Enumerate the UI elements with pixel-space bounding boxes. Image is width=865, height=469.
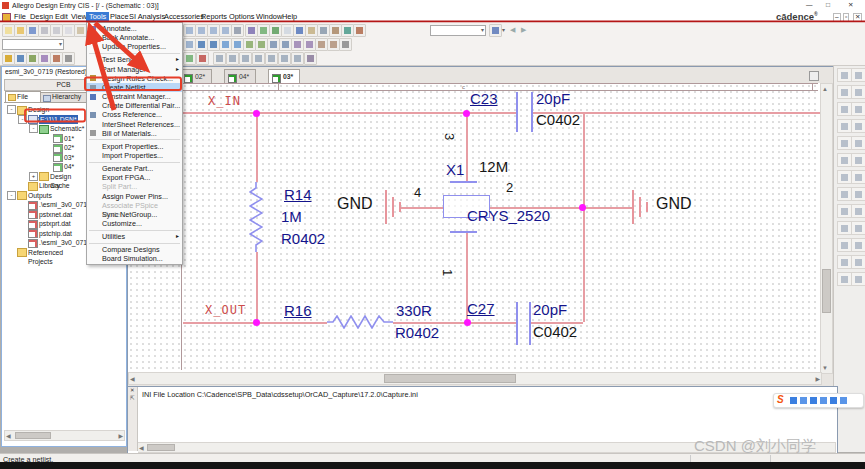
menu-item-sync-netgroup[interactable]: Sync NetGroup...	[87, 210, 182, 219]
hier-port-icon[interactable]	[851, 153, 865, 167]
ime-toolbox-icon[interactable]	[840, 397, 847, 404]
line-icon[interactable]	[837, 204, 852, 218]
package-r14[interactable]: R0402	[281, 231, 325, 246]
menu-item-annotate[interactable]: Annotate...	[87, 24, 182, 33]
menu-item-import-properties[interactable]: Import Properties...	[87, 151, 182, 160]
ruler-icon[interactable]	[851, 187, 865, 201]
wire-icon[interactable]	[837, 85, 852, 99]
pin-icon[interactable]	[62, 52, 75, 65]
tab-file[interactable]: File	[5, 91, 41, 102]
capacitor-c23-plate[interactable]	[531, 92, 533, 132]
log-close-icon[interactable]: ✕	[130, 388, 135, 394]
menu-item-generate-part[interactable]: Generate Part...	[87, 164, 182, 173]
menu-item-assign-power-pins[interactable]: Assign Power Pins...	[87, 192, 182, 201]
gnd-label-left[interactable]: GND	[337, 196, 373, 212]
capacitor-c27-plate[interactable]	[529, 302, 531, 345]
ime-chinese-mode-icon[interactable]	[790, 397, 797, 404]
value-r16[interactable]: 330R	[396, 303, 432, 318]
part-search-combobox[interactable]	[2, 39, 64, 50]
bus-icon[interactable]	[851, 85, 865, 99]
schematic-vertical-scrollbar[interactable]: ▲▼	[820, 83, 833, 374]
binoculars-search-icon[interactable]	[489, 24, 502, 37]
menu-item-create-netlist[interactable]: Create Netlist...	[87, 83, 182, 92]
color-palette-icon[interactable]	[353, 24, 366, 37]
menu-item-create-differential-pair[interactable]: Create Differential Pair...	[87, 101, 182, 110]
ground-symbol-right[interactable]	[632, 190, 634, 224]
snap-to-grid-icon[interactable]	[231, 24, 244, 37]
hier-block-icon[interactable]	[837, 153, 852, 167]
value-x1[interactable]: 12M	[479, 159, 508, 174]
search-dropdown-caret[interactable]: ▾	[502, 27, 505, 33]
value-c23[interactable]: 20pF	[536, 91, 570, 106]
ref-c23[interactable]: C23	[470, 91, 498, 106]
delete-icon[interactable]	[196, 52, 209, 65]
align-right-icon[interactable]	[239, 52, 252, 65]
menu-item-constraint-manager[interactable]: Constraint Manager...	[87, 92, 182, 101]
value-r14[interactable]: 1M	[281, 209, 302, 224]
schematic-tab-02[interactable]: 02*	[180, 69, 212, 84]
align-top-icon[interactable]	[252, 52, 265, 65]
close-button[interactable]: ✕	[848, 2, 853, 9]
ref-c27[interactable]: C27	[467, 301, 495, 316]
schematic-tab-04[interactable]: 04*	[224, 69, 256, 84]
select-icon[interactable]	[837, 68, 852, 82]
ime-skin-icon[interactable]	[830, 397, 837, 404]
package-c27[interactable]: C0402	[533, 324, 577, 339]
distribute-v-icon[interactable]	[304, 52, 317, 65]
menu-item-customize[interactable]: Customize...	[87, 219, 182, 228]
ime-voice-icon[interactable]	[810, 397, 817, 404]
ime-keyboard-icon[interactable]	[820, 397, 827, 404]
menu-item-export-properties[interactable]: Export Properties...	[87, 142, 182, 151]
package-c23[interactable]: C0402	[536, 112, 580, 127]
resistor-r16-symbol[interactable]	[327, 315, 393, 329]
package-r16[interactable]: R0402	[395, 325, 439, 340]
schematic-canvas[interactable]: c	[128, 83, 820, 372]
bezier-icon[interactable]	[837, 238, 852, 252]
rectangle-icon[interactable]	[851, 204, 865, 218]
split-handle-icon[interactable]	[809, 71, 819, 81]
offpage-connector-icon[interactable]	[851, 170, 865, 184]
find-combobox[interactable]	[430, 25, 486, 36]
net-label-xout[interactable]: X_OUT	[205, 304, 246, 316]
schematic-horizontal-scrollbar[interactable]: ◀▶	[128, 372, 822, 385]
menu-item-export-fpga[interactable]: Export FPGA...	[87, 173, 182, 182]
value-c27[interactable]: 20pF	[533, 302, 567, 317]
text-tool-icon[interactable]	[837, 272, 852, 286]
ground-symbol-left[interactable]	[385, 190, 387, 224]
align-center-icon[interactable]	[226, 52, 239, 65]
align-middle-icon[interactable]	[265, 52, 278, 65]
part-x1[interactable]: CRYS_2520	[467, 208, 550, 223]
junction-icon[interactable]	[851, 102, 865, 116]
menu-item-bill-of-materials[interactable]: Bill of Materials...	[87, 129, 182, 138]
net-alias-icon[interactable]	[851, 119, 865, 133]
mdi-minimize-button[interactable]: –	[833, 13, 841, 22]
gnd-label-right[interactable]: GND	[656, 196, 692, 212]
power-icon[interactable]	[837, 136, 852, 150]
mdi-restore-button[interactable]: ▫	[843, 13, 849, 22]
drag-icon[interactable]	[851, 68, 865, 82]
rotate-icon[interactable]	[183, 52, 196, 65]
ref-x1[interactable]: X1	[446, 162, 464, 177]
menu-tools[interactable]: Tools	[86, 12, 109, 21]
net-label-xin[interactable]: X_IN	[208, 95, 241, 107]
capacitor-c23-plate[interactable]	[516, 92, 518, 132]
resistor-r14-symbol[interactable]	[249, 182, 263, 252]
capacitor-c27-plate[interactable]	[516, 302, 518, 345]
project-horizontal-scrollbar[interactable]: ◀▶	[4, 430, 125, 441]
menu-item-back-annotate[interactable]: Back Annotate...	[87, 33, 182, 42]
picture-icon[interactable]	[837, 255, 852, 269]
align-bottom-icon[interactable]	[278, 52, 291, 65]
align-left-icon[interactable]	[213, 52, 226, 65]
menu-item-intersheet-references[interactable]: InterSheet References...	[87, 120, 182, 129]
find-previous-icon[interactable]: ◀	[510, 26, 515, 33]
ellipse-icon[interactable]	[837, 221, 852, 235]
menu-item-test-bench[interactable]: Test Bench▸	[87, 55, 182, 64]
ime-punctuation-icon[interactable]	[800, 397, 807, 404]
maximize-button[interactable]: □	[826, 2, 830, 9]
menu-item-board-simulation[interactable]: Board Simulation...	[87, 254, 182, 263]
hier-pin-icon[interactable]	[837, 170, 852, 184]
menu-help[interactable]: Help	[279, 12, 300, 21]
menu-item-compare-designs[interactable]: Compare Designs	[87, 245, 182, 254]
no-connect-icon[interactable]	[837, 187, 852, 201]
ref-r14[interactable]: R14	[284, 187, 312, 202]
